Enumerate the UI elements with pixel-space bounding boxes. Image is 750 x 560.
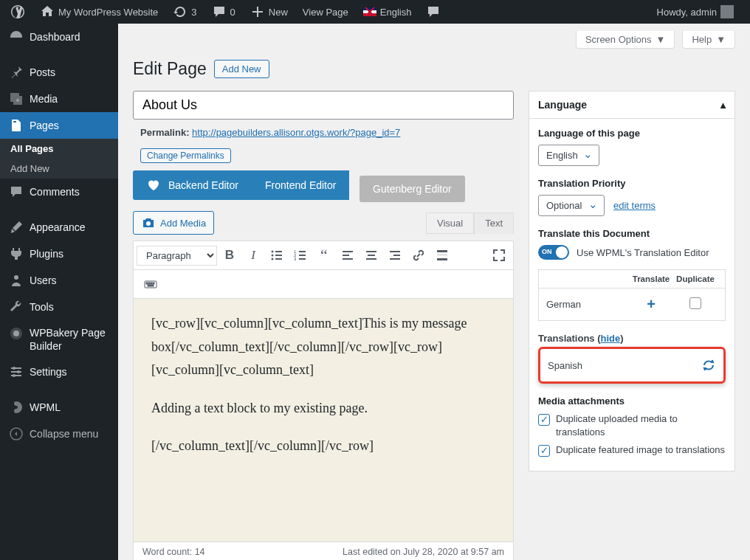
duplicate-checkbox[interactable]: [689, 297, 701, 309]
priority-select[interactable]: Optional: [538, 195, 605, 216]
language-switch[interactable]: English: [357, 0, 418, 24]
svg-rect-39: [151, 283, 152, 284]
sidebar-item-wpbakery[interactable]: WPBakery Page Builder: [0, 320, 118, 359]
svg-rect-30: [390, 251, 400, 252]
sidebar-item-wpml[interactable]: WPML: [0, 394, 118, 421]
tab-text[interactable]: Text: [474, 212, 514, 234]
sidebar-item-comments[interactable]: Comments: [0, 179, 118, 205]
svg-rect-13: [275, 251, 282, 252]
svg-rect-17: [275, 258, 282, 260]
submenu-all-pages[interactable]: All Pages: [0, 139, 118, 159]
fullscreen-button[interactable]: [488, 244, 510, 266]
quote-button[interactable]: “: [313, 244, 335, 266]
plugin-icon: [9, 246, 24, 261]
svg-rect-32: [390, 258, 400, 260]
help-button[interactable]: Help ▼: [682, 31, 735, 49]
word-count: Word count: 14: [142, 547, 205, 557]
translations-heading: Translations (hide): [538, 333, 624, 344]
sidebar-item-dashboard[interactable]: Dashboard: [0, 24, 118, 50]
media-opt-1-row[interactable]: ✓ Duplicate uploaded media to translatio…: [538, 412, 726, 439]
translation-table: Translate Duplicate German +: [538, 269, 726, 321]
caret-down-icon: ▼: [716, 34, 726, 45]
th-duplicate: Duplicate: [673, 274, 718, 283]
tab-visual[interactable]: Visual: [426, 212, 474, 234]
media-attachments-label: Media attachments: [538, 395, 726, 407]
svg-rect-19: [299, 251, 306, 252]
italic-button[interactable]: I: [242, 244, 264, 266]
last-edited: Last edited on July 28, 2020 at 9:57 am: [343, 547, 504, 557]
howdy-text: Howdy, admin: [657, 7, 717, 18]
table-row: German +: [539, 288, 725, 320]
sidebar-item-users[interactable]: Users: [0, 267, 118, 294]
sidebar-item-tools[interactable]: Tools: [0, 294, 118, 320]
post-title-input[interactable]: [133, 91, 514, 120]
camera-icon: [141, 215, 156, 230]
svg-point-9: [13, 374, 16, 377]
wrench-icon: [9, 300, 24, 314]
ul-button[interactable]: [266, 244, 288, 266]
wp-logo[interactable]: [4, 0, 31, 24]
sidebar-item-media[interactable]: Media: [0, 86, 118, 112]
readmore-button[interactable]: [431, 244, 453, 266]
svg-rect-34: [437, 255, 447, 255]
add-new-button[interactable]: Add New: [214, 60, 269, 78]
add-translation-icon[interactable]: +: [647, 296, 656, 312]
svg-rect-21: [299, 255, 306, 256]
align-right-button[interactable]: [384, 244, 406, 266]
help-bubble-icon[interactable]: [420, 0, 447, 24]
caret-down-icon: ▼: [656, 34, 666, 45]
bold-button[interactable]: B: [219, 244, 241, 266]
priority-label: Translation Priority: [538, 178, 726, 189]
permalink-url[interactable]: http://pagebuilders.allisonr.otgs.work/?…: [192, 127, 400, 138]
home-icon: [40, 4, 55, 19]
sidebar-item-label: Plugins: [30, 248, 63, 260]
translation-editor-toggle[interactable]: ON: [538, 245, 569, 260]
comment-icon: [9, 184, 24, 199]
link-button[interactable]: [407, 244, 430, 266]
account-link[interactable]: Howdy, admin: [651, 0, 740, 24]
frontend-editor-button[interactable]: Frontend Editor: [252, 170, 350, 200]
refresh-icon[interactable]: [701, 358, 716, 373]
add-media-button[interactable]: Add Media: [133, 211, 214, 235]
sidebar-item-settings[interactable]: Settings: [0, 359, 118, 385]
media-opt-2-row[interactable]: ✓ Duplicate featured image to translatio…: [538, 443, 726, 457]
sidebar-collapse[interactable]: Collapse menu: [0, 421, 118, 447]
hide-link[interactable]: hide: [601, 333, 621, 344]
content-editor[interactable]: [vc_row][vc_column][vc_column_text]This …: [133, 299, 514, 542]
sidebar-item-label: Tools: [30, 301, 54, 313]
collapse-panel-icon: ▴: [720, 99, 726, 111]
align-center-button[interactable]: [360, 244, 382, 266]
sidebar-item-appearance[interactable]: Appearance: [0, 214, 118, 241]
view-page-link[interactable]: View Page: [297, 0, 354, 24]
svg-rect-35: [437, 258, 447, 260]
svg-point-7: [13, 367, 16, 370]
ol-button[interactable]: 123: [289, 244, 312, 266]
brush-icon: [9, 220, 24, 235]
comments-link[interactable]: 0: [206, 0, 241, 24]
updates-link[interactable]: 3: [167, 0, 202, 24]
page-language-select[interactable]: English: [538, 145, 599, 166]
plus-icon: [250, 4, 265, 19]
users-icon: [9, 273, 24, 288]
updates-count: 3: [191, 7, 196, 18]
backend-editor-button[interactable]: Backend Editor: [133, 170, 252, 200]
flag-icon: [363, 7, 376, 16]
language-metabox-header[interactable]: Language ▴: [529, 91, 734, 119]
keyboard-button[interactable]: [140, 273, 162, 295]
align-left-button[interactable]: [337, 244, 359, 266]
sidebar-item-label: Pages: [30, 120, 59, 131]
svg-point-16: [272, 258, 274, 260]
gutenberg-editor-button[interactable]: Gutenberg Editor: [359, 176, 465, 202]
new-content-link[interactable]: New: [244, 0, 294, 24]
sidebar-item-plugins[interactable]: Plugins: [0, 241, 118, 267]
edit-terms-link[interactable]: edit terms: [613, 200, 656, 211]
site-name-link[interactable]: My WordPress Website: [34, 0, 164, 24]
sidebar-item-posts[interactable]: Posts: [0, 59, 118, 86]
checkbox-checked-icon: ✓: [538, 414, 550, 426]
svg-rect-31: [393, 255, 400, 256]
change-permalinks-button[interactable]: Change Permalinks: [140, 148, 231, 163]
screen-options-button[interactable]: Screen Options ▼: [576, 31, 675, 49]
sidebar-item-pages[interactable]: Pages: [0, 112, 118, 139]
submenu-add-new[interactable]: Add New: [0, 159, 118, 179]
format-select[interactable]: Paragraph: [137, 246, 217, 266]
